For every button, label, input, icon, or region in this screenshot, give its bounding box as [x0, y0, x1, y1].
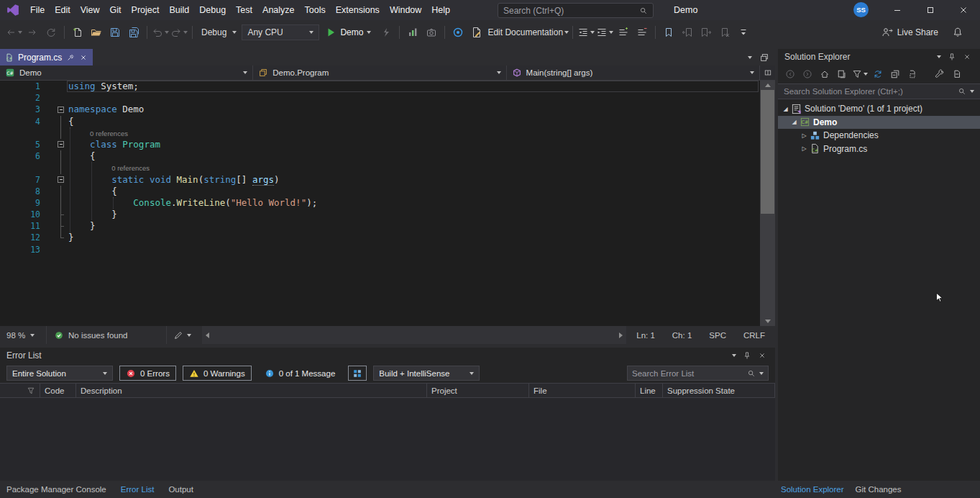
- code-line-9[interactable]: 9 Console.WriteLine("Hello World!");: [0, 197, 760, 209]
- close-button[interactable]: [947, 0, 980, 20]
- bottom-tab-git-changes[interactable]: Git Changes: [856, 485, 902, 494]
- notifications-bell-button[interactable]: [949, 24, 966, 41]
- column-header-code[interactable]: Code: [40, 384, 76, 397]
- documentation-scope-button[interactable]: [449, 24, 467, 41]
- menu-test[interactable]: Test: [231, 0, 257, 20]
- split-editor-button[interactable]: [760, 65, 775, 81]
- code-line-10[interactable]: 10 }: [0, 209, 760, 220]
- next-bookmark-button[interactable]: [697, 24, 715, 41]
- breakpoint-margin[interactable]: [0, 174, 12, 186]
- uncomment-selection-button[interactable]: [633, 24, 651, 41]
- menu-build[interactable]: Build: [164, 0, 194, 20]
- messages-filter-button[interactable]: 0 of 1 Message: [258, 366, 342, 381]
- bottom-tab-error-list[interactable]: Error List: [121, 485, 155, 494]
- warnings-filter-button[interactable]: 0 Warnings: [183, 366, 252, 381]
- maximize-button[interactable]: [914, 0, 947, 20]
- menu-git[interactable]: Git: [105, 0, 127, 20]
- performance-profiler-button[interactable]: [404, 24, 421, 41]
- se-preview-selected-items-button[interactable]: [950, 66, 964, 82]
- pin-icon[interactable]: [66, 53, 75, 62]
- breakpoint-margin[interactable]: [0, 244, 12, 255]
- breakpoint-margin[interactable]: [0, 220, 12, 232]
- column-header-file[interactable]: File: [529, 384, 636, 397]
- scroll-up-arrow[interactable]: [760, 81, 775, 90]
- new-file-button[interactable]: [69, 24, 86, 41]
- menu-edit[interactable]: Edit: [50, 0, 75, 20]
- breakpoint-margin[interactable]: [0, 92, 12, 104]
- codelens-references-link[interactable]: 0 references: [111, 164, 150, 172]
- scroll-left-arrow[interactable]: [206, 332, 209, 338]
- close-panel-icon[interactable]: [758, 351, 766, 360]
- codelens-references-link[interactable]: 0 references: [90, 130, 128, 137]
- scrollbar-thumb[interactable]: [761, 90, 774, 214]
- edit-documentation-dropdown[interactable]: [564, 31, 569, 34]
- column-header-description[interactable]: Description: [76, 384, 427, 397]
- code-line-12[interactable]: 12}: [0, 232, 760, 243]
- decrease-indent-button[interactable]: [577, 24, 595, 41]
- breakpoint-margin[interactable]: [0, 186, 12, 197]
- breakpoint-margin[interactable]: [0, 116, 12, 127]
- close-panel-icon[interactable]: [963, 53, 971, 61]
- se-switch-views-button[interactable]: [835, 66, 849, 82]
- expand-arrow-icon[interactable]: ▷: [800, 132, 809, 139]
- menu-help[interactable]: Help: [426, 0, 455, 20]
- pin-panel-icon[interactable]: [743, 351, 751, 360]
- health-indicator[interactable]: No issues found: [47, 330, 134, 340]
- close-tab-icon[interactable]: [79, 53, 88, 62]
- code-line-6[interactable]: 6 {: [0, 150, 760, 162]
- fold-collapse-icon[interactable]: [58, 141, 64, 148]
- undo-button[interactable]: [152, 24, 169, 41]
- open-file-button[interactable]: [88, 24, 105, 41]
- expand-arrow-icon[interactable]: ▷: [800, 145, 809, 152]
- pin-panel-icon[interactable]: [948, 53, 956, 61]
- solution-platform-dropdown[interactable]: Any CPU: [242, 24, 319, 40]
- source-dropdown[interactable]: Build + IntelliSense: [373, 366, 480, 381]
- breakpoint-margin[interactable]: [0, 232, 12, 243]
- code-line-3[interactable]: 3namespace Demo: [0, 104, 760, 115]
- column-header-severity[interactable]: [0, 384, 40, 397]
- column-header-suppression-state[interactable]: Suppression State: [663, 384, 775, 397]
- menu-file[interactable]: File: [25, 0, 50, 20]
- menu-tools[interactable]: Tools: [300, 0, 331, 20]
- navigate-backward-button[interactable]: [5, 24, 22, 41]
- navigate-forward-button[interactable]: [24, 24, 41, 41]
- solution-configuration-dropdown[interactable]: Debug: [196, 24, 242, 40]
- live-share-button[interactable]: Live Share: [881, 27, 938, 38]
- snapshot-button[interactable]: [423, 24, 440, 41]
- se-back-button[interactable]: [783, 66, 797, 82]
- menu-analyze[interactable]: Analyze: [257, 0, 299, 20]
- scroll-down-arrow[interactable]: [760, 317, 775, 326]
- save-button[interactable]: [106, 24, 124, 41]
- code-editor[interactable]: 1using System;23namespace Demo4{0 refere…: [0, 81, 760, 326]
- project-dropdown[interactable]: C# Demo: [0, 65, 253, 80]
- se-forward-button[interactable]: [800, 66, 815, 82]
- code-suggestions-button[interactable]: [167, 330, 198, 340]
- window-position-dropdown[interactable]: [937, 55, 941, 58]
- edit-documentation-button[interactable]: [468, 24, 485, 41]
- se-collapse-all-button[interactable]: [888, 66, 902, 82]
- comment-selection-button[interactable]: [615, 24, 632, 41]
- previous-bookmark-button[interactable]: [679, 24, 696, 41]
- solution-explorer-search-box[interactable]: Search Solution Explorer (Ctrl+;): [778, 83, 980, 99]
- collapse-arrow-icon[interactable]: ◢: [789, 119, 799, 125]
- menu-view[interactable]: View: [75, 0, 105, 20]
- spaces-indicator[interactable]: SPC: [709, 331, 726, 340]
- bottom-tab-solution-explorer[interactable]: Solution Explorer: [781, 485, 844, 494]
- toggle-bookmark-button[interactable]: [660, 24, 677, 41]
- se-home-button[interactable]: [818, 66, 832, 82]
- breakpoint-margin[interactable]: [0, 104, 12, 115]
- breakpoint-margin[interactable]: [0, 209, 12, 220]
- se-properties-button[interactable]: [933, 66, 947, 82]
- tree-item-program-cs[interactable]: ▷C#Program.cs: [778, 142, 980, 156]
- save-all-button[interactable]: [125, 24, 142, 41]
- se-show-all-files-button[interactable]: [905, 66, 920, 82]
- error-list-search-box[interactable]: Search Error List: [627, 366, 769, 381]
- error-list-grid-body[interactable]: [0, 398, 775, 481]
- start-debugging-button[interactable]: Demo: [319, 24, 377, 41]
- editor-horizontal-scrollbar[interactable]: [202, 326, 626, 344]
- breakpoint-margin[interactable]: [0, 197, 12, 209]
- increase-indent-button[interactable]: [596, 24, 613, 41]
- bottom-tab-output[interactable]: Output: [168, 485, 193, 494]
- breakpoint-margin[interactable]: [0, 81, 12, 92]
- code-line-1[interactable]: 1using System;: [0, 81, 760, 92]
